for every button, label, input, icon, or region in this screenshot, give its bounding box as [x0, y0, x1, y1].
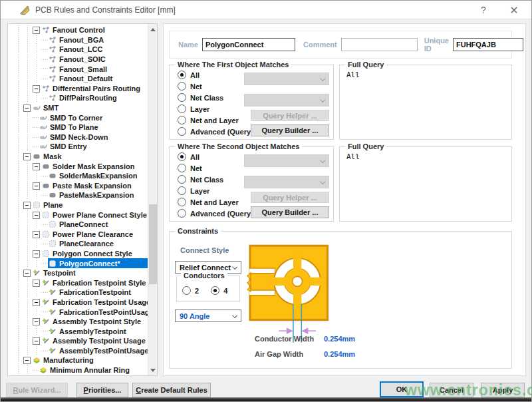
- tree-item[interactable]: Fabrication Testpoint Usage: [8, 298, 148, 307]
- tree-item[interactable]: Polygon Connect Style: [8, 249, 148, 259]
- tree-collapse-box[interactable]: [32, 181, 41, 190]
- radio-option-net-class[interactable]: Net Class: [178, 92, 253, 103]
- apply-button[interactable]: Apply: [481, 383, 525, 397]
- tree-item[interactable]: Fabrication Testpoint Style: [8, 278, 148, 288]
- tree-item[interactable]: SMD Entry: [8, 142, 148, 152]
- tree-item[interactable]: Fanout_Small: [8, 64, 148, 74]
- scroll-up-arrow-icon[interactable]: [148, 24, 158, 35]
- comment-input[interactable]: [341, 38, 418, 51]
- tree-item[interactable]: FabricationTestpoint: [8, 288, 148, 298]
- tree-collapse-box[interactable]: [32, 278, 41, 288]
- tree-item[interactable]: Power Plane Clearance: [8, 229, 148, 239]
- radio-option-advanced-query-[interactable]: Advanced (Query): [178, 126, 253, 137]
- tree-item[interactable]: Minimum Annular Ring: [8, 365, 148, 375]
- tree-collapse-box[interactable]: [32, 25, 41, 35]
- tree-item[interactable]: Testpoint: [8, 268, 148, 278]
- tree-collapse-box[interactable]: [23, 268, 32, 278]
- tree-item[interactable]: PasteMaskExpansion: [8, 190, 148, 200]
- radio-option-all[interactable]: All: [178, 151, 253, 162]
- close-icon[interactable]: ✕: [501, 1, 527, 19]
- tree-collapse-box[interactable]: [23, 103, 32, 112]
- scrollbar-thumb[interactable]: [149, 204, 157, 284]
- tree-item[interactable]: Plane: [8, 200, 148, 210]
- tree-item[interactable]: FabricationTestPointUsage: [8, 307, 148, 317]
- tree-item[interactable]: SMT: [8, 103, 148, 113]
- radio-option-advanced-query-[interactable]: Advanced (Query): [178, 208, 253, 219]
- radio-icon[interactable]: [178, 164, 186, 172]
- air-gap-width-value[interactable]: 0.254mm: [324, 350, 355, 358]
- radio-option-layer[interactable]: Layer: [178, 103, 253, 114]
- tree-item[interactable]: PolygonConnect*: [8, 258, 148, 268]
- tree-item[interactable]: AssemblyTestPointUsage: [8, 346, 148, 356]
- radio-option-net-and-layer[interactable]: Net and Layer: [178, 114, 253, 126]
- conductor-width-value[interactable]: 0.254mm: [324, 335, 355, 343]
- tree-item[interactable]: Mask: [8, 152, 148, 162]
- radio-icon[interactable]: [178, 198, 186, 206]
- tree-item[interactable]: SMD To Corner: [8, 112, 148, 122]
- radio-icon[interactable]: [178, 209, 186, 218]
- tree-collapse-box[interactable]: [23, 355, 32, 365]
- create-default-rules-button[interactable]: Create Default Rules: [132, 383, 211, 397]
- tree-item[interactable]: SMD Neck-Down: [8, 132, 148, 142]
- radio-icon[interactable]: [178, 186, 186, 195]
- tree-item[interactable]: Power Plane Connect Style: [8, 210, 148, 220]
- radio-icon[interactable]: [182, 286, 191, 295]
- help-button[interactable]: ?: [470, 1, 497, 19]
- tree-collapse-box[interactable]: [32, 162, 41, 171]
- priorities-button[interactable]: Priorities...: [76, 383, 128, 397]
- radio-icon[interactable]: [178, 116, 186, 124]
- tree-collapse-box[interactable]: [32, 84, 41, 93]
- tree-collapse-box[interactable]: [23, 200, 32, 210]
- tree-item[interactable]: Differential Pairs Routing: [8, 84, 148, 94]
- tree-collapse-box[interactable]: [32, 249, 41, 258]
- tree-item[interactable]: PlaneClearance: [8, 239, 148, 249]
- radio-option-layer[interactable]: Layer: [178, 185, 253, 196]
- tree-item[interactable]: SMD To Plane: [8, 122, 148, 132]
- tree-item[interactable]: AssemblyTestpoint: [8, 326, 148, 336]
- tree-collapse-box[interactable]: [32, 336, 41, 345]
- radio-icon[interactable]: [178, 82, 186, 91]
- radio-option-all[interactable]: All: [178, 69, 253, 81]
- tree-collapse-box[interactable]: [23, 152, 32, 161]
- scroll-down-arrow-icon[interactable]: [148, 365, 158, 375]
- tree-item[interactable]: Fanout_BGA: [8, 35, 148, 45]
- cancel-button[interactable]: Cancel: [430, 383, 473, 397]
- tree-item[interactable]: Fanout Control: [8, 25, 148, 35]
- tree-item[interactable]: Paste Mask Expansion: [8, 181, 148, 191]
- tree-item[interactable]: Manufacturing: [8, 355, 148, 365]
- ok-button[interactable]: OK: [380, 381, 424, 397]
- radio-option-net-and-layer[interactable]: Net and Layer: [178, 196, 253, 208]
- conductors-option-4[interactable]: 4: [211, 285, 227, 296]
- radio-icon[interactable]: [178, 104, 186, 113]
- tree-item[interactable]: Fanout_LCC: [8, 45, 148, 55]
- first-query-builder-button[interactable]: Query Builder ...: [251, 124, 329, 136]
- angle-dropdown[interactable]: 90 Angle: [175, 309, 241, 322]
- tree-item[interactable]: Assembly Testpoint Style: [8, 317, 148, 327]
- radio-option-net[interactable]: Net: [178, 81, 253, 92]
- radio-icon[interactable]: [178, 127, 186, 136]
- radio-option-net-class[interactable]: Net Class: [178, 174, 253, 185]
- unique-id-input[interactable]: [453, 38, 523, 51]
- tree-collapse-box[interactable]: [32, 210, 41, 220]
- selected-tree-item[interactable]: PolygonConnect*: [48, 258, 148, 268]
- radio-icon[interactable]: [178, 152, 186, 161]
- tree-item[interactable]: Fanout_Default: [8, 74, 148, 84]
- radio-icon[interactable]: [178, 93, 186, 102]
- tree-item[interactable]: DiffPairsRouting: [8, 93, 148, 103]
- tree-item[interactable]: Fanout_SOIC: [8, 55, 148, 65]
- tree-item[interactable]: Assembly Testpoint Usage: [8, 336, 148, 346]
- tree-scrollbar[interactable]: [148, 24, 157, 375]
- radio-icon[interactable]: [178, 175, 186, 184]
- tree-collapse-box[interactable]: [32, 317, 41, 326]
- tree-item[interactable]: PlaneConnect: [8, 220, 148, 230]
- name-input[interactable]: [202, 38, 295, 51]
- tree-item[interactable]: SolderMaskExpansion: [8, 171, 148, 181]
- tree-collapse-box[interactable]: [32, 230, 41, 239]
- tree-collapse-box[interactable]: [32, 298, 41, 307]
- radio-icon[interactable]: [211, 286, 219, 295]
- second-query-builder-button[interactable]: Query Builder ...: [251, 206, 329, 218]
- conductors-option-2[interactable]: 2: [182, 285, 199, 296]
- tree-item[interactable]: Solder Mask Expansion: [8, 161, 148, 171]
- radio-option-net[interactable]: Net: [178, 162, 253, 174]
- radio-icon[interactable]: [178, 71, 186, 79]
